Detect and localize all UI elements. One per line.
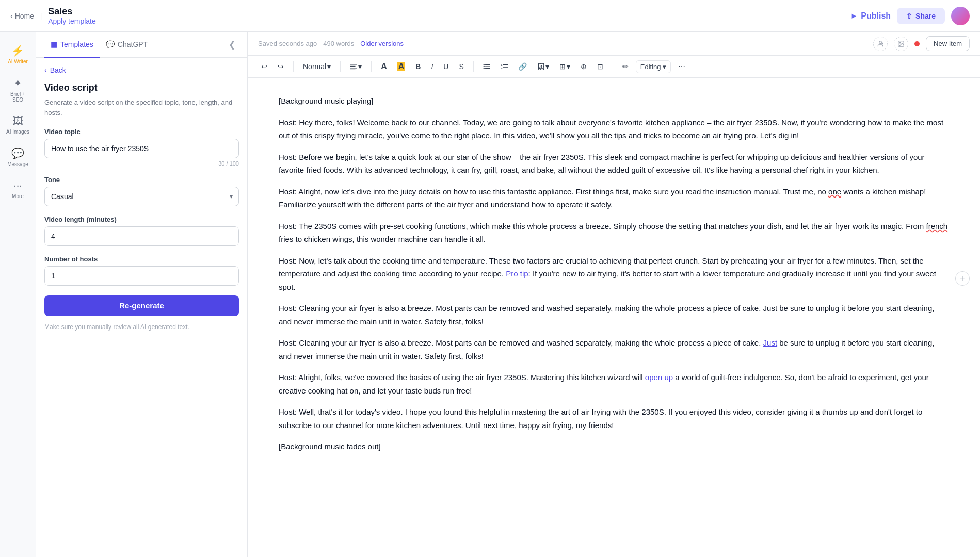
older-versions-link[interactable]: Older versions (360, 40, 404, 47)
align-button[interactable]: ▾ (347, 60, 365, 73)
top-navigation: ‹ Home | Sales Apply template ► Publish … (0, 0, 980, 32)
home-link[interactable]: ‹ Home (10, 12, 34, 20)
paragraph-2[interactable]: Host: Hey there, folks! Welcome back to … (279, 116, 949, 142)
squiggly-word: one (828, 187, 841, 196)
status-dot (914, 41, 920, 46)
media-icon[interactable] (894, 37, 908, 51)
sidebar-item-label: Message (7, 161, 28, 167)
main-layout: ⚡ AI Writer ✦ Brief + SEO 🖼 AI Images 💬 … (0, 32, 980, 557)
sidebar-item-ai-images[interactable]: 🖼 AI Images (3, 111, 34, 139)
sidebar-item-brief-seo[interactable]: ✦ Brief + SEO (3, 73, 34, 107)
chevron-down-icon: ▾ (358, 62, 362, 71)
chevron-down-icon: ▾ (663, 63, 666, 71)
template-title: Video script (44, 83, 239, 93)
num-hosts-field: Number of hosts (44, 255, 239, 286)
tab-chatgpt[interactable]: 💬 ChatGPT (100, 32, 154, 58)
svg-point-11 (483, 66, 484, 67)
icon-sidebar: ⚡ AI Writer ✦ Brief + SEO 🖼 AI Images 💬 … (0, 32, 36, 557)
strikethrough-button[interactable]: S (456, 60, 467, 73)
table-button[interactable]: ⊞ ▾ (556, 60, 573, 73)
just-link[interactable]: Just (763, 338, 778, 347)
video-topic-input[interactable] (44, 139, 239, 158)
paragraph-10[interactable]: Host: Well, that's it for today's video.… (279, 405, 949, 432)
toolbar-separator-5 (613, 61, 613, 72)
underline-button[interactable]: U (440, 60, 452, 73)
media-button[interactable]: 🖼 ▾ (534, 60, 552, 73)
chevron-down-icon: ▾ (545, 62, 549, 71)
page-title: Sales (48, 6, 96, 17)
ai-write-button[interactable]: ✏ (619, 60, 632, 73)
sidebar-item-ai-writer[interactable]: ⚡ AI Writer (3, 40, 34, 69)
more-options-button[interactable]: ⋯ (675, 60, 688, 73)
collapse-panel-button[interactable]: ❮ (224, 38, 239, 52)
publish-icon: ► (849, 11, 858, 21)
new-item-button[interactable]: New Item (926, 36, 970, 51)
panel-content: ‹ Back Video script Generate a video scr… (36, 58, 247, 557)
back-button[interactable]: ‹ Back (44, 66, 239, 74)
nav-left: ‹ Home | Sales Apply template (10, 6, 96, 25)
format-style-dropdown[interactable]: Normal ▾ (300, 60, 334, 73)
saved-status: Saved seconds ago (258, 40, 317, 47)
tone-field: Tone Casual Formal Humorous Serious Prof… (44, 176, 239, 206)
sidebar-item-label: AI Images (6, 129, 29, 135)
char-count: 30 / 100 (44, 160, 239, 167)
bold-button[interactable]: B (412, 60, 424, 73)
lightning-icon: ⚡ (11, 44, 24, 57)
left-panel: ▦ Templates 💬 ChatGPT ❮ ‹ Back Video scr… (36, 32, 248, 557)
paragraph-6[interactable]: Host: Now, let's talk about the cooking … (279, 254, 949, 294)
num-hosts-input[interactable] (44, 266, 239, 286)
editing-mode-dropdown[interactable]: Editing ▾ (636, 60, 671, 73)
add-user-icon[interactable] (873, 37, 888, 51)
bullet-list-button[interactable] (480, 61, 493, 72)
sidebar-item-label: Brief + SEO (6, 91, 30, 103)
paragraph-3[interactable]: Host: Before we begin, let's take a quic… (279, 151, 949, 177)
svg-rect-16 (503, 64, 508, 65)
paragraph-11: [Background music fades out] (279, 440, 949, 453)
message-icon: 💬 (11, 147, 24, 159)
video-length-input[interactable] (44, 226, 239, 246)
paragraph-9[interactable]: Host: Alright, folks, we've covered the … (279, 371, 949, 397)
svg-rect-6 (350, 66, 356, 67)
doc-meta-right: New Item (873, 36, 970, 51)
more-formatting-button[interactable]: ⊕ (577, 60, 590, 73)
publish-button[interactable]: ► Publish (849, 11, 891, 21)
italic-button[interactable]: I (428, 60, 436, 73)
tone-select[interactable]: Casual Formal Humorous Serious Professio… (44, 187, 239, 206)
video-topic-field: Video topic 30 / 100 (44, 128, 239, 167)
redo-button[interactable]: ↪ (275, 60, 287, 73)
paragraph-5[interactable]: Host: The 2350S comes with pre-set cooki… (279, 220, 949, 246)
paragraph-1: [Background music playing] (279, 94, 949, 108)
template-description: Generate a video script on the specified… (44, 97, 239, 118)
sidebar-item-message[interactable]: 💬 Message (3, 143, 34, 171)
video-length-field: Video length (minutes) (44, 216, 239, 246)
svg-rect-18 (503, 67, 508, 68)
paragraph-8[interactable]: Host: Cleaning your air fryer is also a … (279, 336, 949, 363)
regenerate-button[interactable]: Re-generate (44, 295, 239, 316)
block-button[interactable]: ⊡ (594, 60, 606, 73)
word-count: 490 words (323, 40, 354, 47)
image-icon: 🖼 (13, 115, 23, 127)
apply-template-link[interactable]: Apply template (48, 17, 96, 25)
font-color-button[interactable]: A (378, 60, 390, 73)
breadcrumb: Sales Apply template (48, 6, 96, 25)
avatar[interactable] (951, 7, 970, 25)
sidebar-item-label: AI Writer (8, 59, 28, 64)
add-content-button[interactable]: + (955, 271, 970, 286)
open-up-link[interactable]: open up (645, 373, 673, 382)
share-button[interactable]: ⇧ Share (897, 8, 945, 24)
highlight-button[interactable]: A (394, 60, 409, 73)
tab-templates[interactable]: ▦ Templates (44, 32, 100, 58)
video-length-label: Video length (minutes) (44, 216, 239, 223)
numbered-list-button[interactable]: 1.2. (497, 61, 511, 72)
share-icon: ⇧ (906, 12, 912, 20)
undo-button[interactable]: ↩ (258, 60, 270, 73)
chat-icon: 💬 (106, 40, 115, 48)
paragraph-4[interactable]: Host: Alright, now let's dive into the j… (279, 185, 949, 211)
toolbar-separator-2 (340, 61, 341, 72)
link-button[interactable]: 🔗 (515, 60, 530, 73)
svg-rect-8 (350, 70, 356, 70)
paragraph-7[interactable]: Host: Cleaning your air fryer is also a … (279, 302, 949, 328)
pro-tip-link[interactable]: Pro tip (506, 269, 528, 278)
tone-label: Tone (44, 176, 239, 184)
sidebar-item-more[interactable]: ··· More (3, 175, 34, 203)
